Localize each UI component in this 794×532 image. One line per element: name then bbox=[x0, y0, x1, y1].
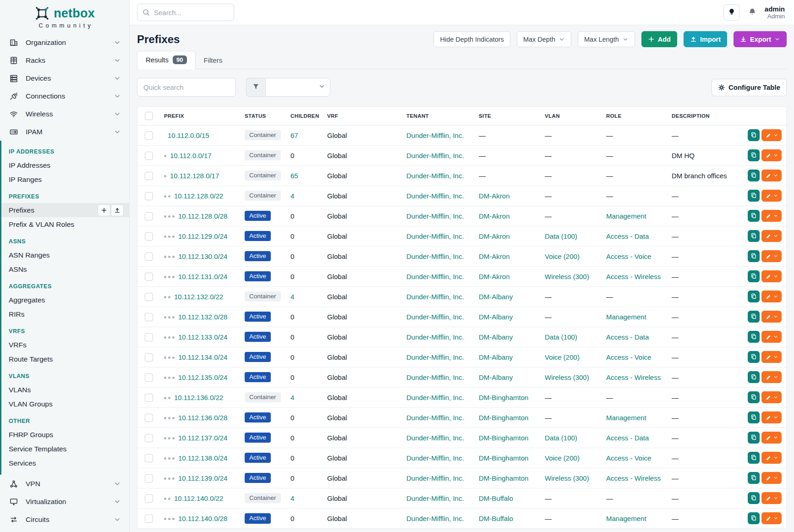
clone-button[interactable] bbox=[748, 391, 760, 403]
prefix-link[interactable]: 10.112.139.0/24 bbox=[178, 474, 227, 482]
col-site[interactable]: SITE bbox=[479, 107, 545, 125]
clone-button[interactable] bbox=[748, 250, 760, 262]
edit-button[interactable] bbox=[761, 452, 782, 464]
sidebar-sub-item[interactable]: Prefixes bbox=[1, 203, 129, 217]
row-checkbox[interactable] bbox=[145, 434, 153, 442]
children-count[interactable]: 0 bbox=[290, 414, 294, 422]
role-value[interactable]: Management bbox=[606, 515, 646, 522]
tab-results[interactable]: Results 90 bbox=[137, 51, 196, 69]
row-checkbox[interactable] bbox=[145, 333, 153, 341]
tenant-link[interactable]: Dunder-Mifflin, Inc. bbox=[406, 454, 464, 462]
sidebar-sub-item[interactable]: ASNs bbox=[1, 262, 129, 276]
edit-button[interactable] bbox=[761, 170, 782, 181]
edit-button[interactable] bbox=[761, 311, 782, 323]
clone-button[interactable] bbox=[748, 210, 760, 222]
tenant-link[interactable]: Dunder-Mifflin, Inc. bbox=[406, 293, 464, 301]
clone-button[interactable] bbox=[748, 411, 760, 423]
row-checkbox[interactable] bbox=[145, 494, 153, 503]
configure-table-button[interactable]: Configure Table bbox=[712, 79, 787, 96]
filter-funnel-button[interactable] bbox=[246, 78, 265, 97]
edit-button[interactable] bbox=[761, 129, 782, 141]
sidebar-menu-item[interactable]: Virtualization bbox=[0, 493, 129, 510]
row-checkbox[interactable] bbox=[145, 172, 153, 180]
sidebar-menu-item[interactable]: Wireless bbox=[0, 105, 129, 123]
children-count[interactable]: 4 bbox=[290, 192, 294, 200]
clone-button[interactable] bbox=[748, 190, 760, 202]
prefix-link[interactable]: 10.112.128.0/22 bbox=[174, 192, 223, 200]
row-checkbox[interactable] bbox=[145, 232, 153, 241]
row-checkbox[interactable] bbox=[145, 353, 153, 362]
children-count[interactable]: 0 bbox=[290, 252, 294, 260]
prefix-link[interactable]: 10.112.140.0/28 bbox=[178, 515, 227, 522]
vlan-value[interactable]: — bbox=[545, 132, 552, 139]
row-checkbox[interactable] bbox=[145, 515, 153, 523]
tenant-link[interactable]: Dunder-Mifflin, Inc. bbox=[406, 132, 464, 139]
row-checkbox[interactable] bbox=[145, 152, 153, 160]
role-value[interactable]: — bbox=[606, 192, 613, 200]
vlan-value[interactable]: Wireless (300) bbox=[545, 373, 589, 381]
vlan-value[interactable]: Voice (200) bbox=[545, 353, 580, 361]
tenant-link[interactable]: Dunder-Mifflin, Inc. bbox=[406, 172, 464, 180]
vlan-value[interactable]: — bbox=[545, 515, 552, 522]
row-checkbox[interactable] bbox=[145, 414, 153, 422]
sidebar-sub-item[interactable]: VRFs bbox=[1, 338, 129, 352]
sidebar-menu-item[interactable]: Connections bbox=[0, 87, 129, 105]
sidebar-sub-item[interactable]: Services bbox=[1, 456, 129, 470]
children-count[interactable]: 0 bbox=[290, 313, 294, 321]
export-button[interactable]: Export bbox=[734, 31, 787, 47]
edit-button[interactable] bbox=[761, 371, 782, 383]
children-count[interactable]: 0 bbox=[290, 353, 294, 361]
prefix-link[interactable]: 10.112.135.0/24 bbox=[178, 373, 227, 381]
row-checkbox[interactable] bbox=[145, 132, 153, 140]
children-count[interactable]: 0 bbox=[290, 212, 294, 220]
site-value[interactable]: DM-Buffalo bbox=[479, 494, 513, 502]
sidebar-sub-item[interactable]: Prefix & VLAN Roles bbox=[1, 217, 129, 231]
role-value[interactable]: Access - Voice bbox=[606, 454, 651, 462]
prefix-link[interactable]: 10.112.128.0/28 bbox=[178, 212, 227, 220]
children-count[interactable]: 0 bbox=[290, 434, 294, 442]
col-tenant[interactable]: TENANT bbox=[406, 107, 479, 125]
prefix-link[interactable]: 10.112.133.0/24 bbox=[178, 333, 227, 341]
sidebar-sub-item[interactable]: IP Ranges bbox=[1, 172, 129, 186]
prefix-link[interactable]: 10.112.0.0/15 bbox=[168, 132, 209, 139]
edit-button[interactable] bbox=[761, 270, 782, 282]
vlan-value[interactable]: Data (100) bbox=[545, 434, 577, 442]
hide-depth-button[interactable]: Hide Depth Indicators bbox=[433, 31, 510, 47]
clone-button[interactable] bbox=[748, 291, 760, 302]
role-value[interactable]: Access - Wireless bbox=[606, 273, 661, 280]
edit-button[interactable] bbox=[761, 391, 782, 403]
col-prefix[interactable]: PREFIX bbox=[164, 107, 245, 125]
col-role[interactable]: ROLE bbox=[606, 107, 672, 125]
row-checkbox[interactable] bbox=[145, 454, 153, 462]
role-value[interactable]: Access - Data bbox=[606, 333, 649, 341]
tenant-link[interactable]: Dunder-Mifflin, Inc. bbox=[406, 494, 464, 502]
brand-logo[interactable]: netbox Community bbox=[0, 0, 129, 33]
theme-toggle-button[interactable] bbox=[723, 4, 740, 21]
tenant-link[interactable]: Dunder-Mifflin, Inc. bbox=[406, 252, 464, 260]
tenant-link[interactable]: Dunder-Mifflin, Inc. bbox=[406, 434, 464, 442]
clone-button[interactable] bbox=[748, 230, 760, 242]
site-value[interactable]: DM-Binghamton bbox=[479, 414, 528, 422]
sidebar-menu-item[interactable]: IPAM bbox=[0, 123, 129, 141]
site-value[interactable]: DM-Buffalo bbox=[479, 515, 513, 522]
vlan-value[interactable]: — bbox=[545, 152, 552, 159]
site-value[interactable]: DM-Albany bbox=[479, 353, 513, 361]
children-count[interactable]: 65 bbox=[290, 172, 298, 180]
children-count[interactable]: 67 bbox=[290, 132, 298, 139]
clone-button[interactable] bbox=[748, 331, 760, 343]
vlan-value[interactable]: — bbox=[545, 293, 552, 301]
tenant-link[interactable]: Dunder-Mifflin, Inc. bbox=[406, 313, 464, 321]
children-count[interactable]: 0 bbox=[290, 232, 294, 240]
tenant-link[interactable]: Dunder-Mifflin, Inc. bbox=[406, 152, 464, 159]
edit-button[interactable] bbox=[761, 149, 782, 161]
edit-button[interactable] bbox=[761, 492, 782, 504]
tenant-link[interactable]: Dunder-Mifflin, Inc. bbox=[406, 192, 464, 200]
site-value[interactable]: DM-Binghamton bbox=[479, 434, 528, 442]
site-value[interactable]: DM-Akron bbox=[479, 212, 510, 220]
children-count[interactable]: 0 bbox=[290, 373, 294, 381]
edit-button[interactable] bbox=[761, 230, 782, 242]
notifications-button[interactable] bbox=[747, 7, 757, 17]
row-checkbox[interactable] bbox=[145, 394, 153, 402]
edit-button[interactable] bbox=[761, 210, 782, 222]
children-count[interactable]: 0 bbox=[290, 454, 294, 462]
